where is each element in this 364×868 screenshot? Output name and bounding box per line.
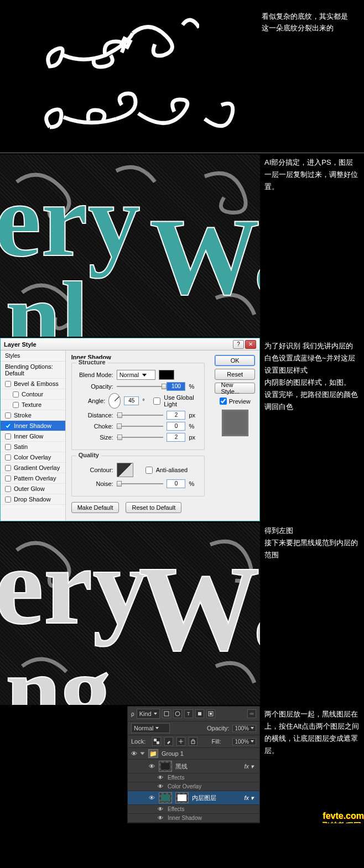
- svg-rect-7: [157, 741, 159, 744]
- noise-label: Noise:: [77, 480, 113, 487]
- outer-glow-checkbox[interactable]: [5, 486, 11, 492]
- opacity-label: Opacity:: [77, 383, 113, 390]
- noise-value[interactable]: 0: [167, 479, 185, 488]
- fx-badge[interactable]: fx ▾: [244, 794, 257, 802]
- visibility-icon[interactable]: 👁: [148, 763, 155, 770]
- section4-caption: 两个图层放一起，黑线图层在上，按住Alt点击两个图层之间的横线，让底层图层变成遮…: [260, 706, 364, 823]
- color-overlay-checkbox[interactable]: [5, 454, 11, 461]
- inner-shadow-checkbox[interactable]: [5, 423, 11, 429]
- make-default-button[interactable]: Make Default: [71, 502, 119, 513]
- global-light-checkbox[interactable]: [153, 398, 160, 405]
- intro-caption: 看似复杂的底纹，其实都是这一朵底纹分裂出来的: [253, 11, 353, 144]
- blend-mode-select[interactable]: Normal: [131, 723, 170, 733]
- lock-transparency-icon[interactable]: [152, 737, 161, 746]
- shadow-color-swatch[interactable]: [159, 370, 174, 380]
- satin-checkbox[interactable]: [5, 444, 11, 450]
- drop-shadow-checkbox[interactable]: [5, 496, 11, 503]
- visibility-icon[interactable]: 👁: [157, 783, 164, 789]
- style-item-gradient-overlay[interactable]: Gradient Overlay: [1, 463, 65, 473]
- gradient-overlay-checkbox[interactable]: [5, 465, 11, 471]
- fx-color-overlay-row[interactable]: 👁 Color Overlay: [128, 782, 259, 791]
- lock-position-icon[interactable]: [176, 737, 185, 746]
- chevron-down-icon: [154, 713, 157, 715]
- style-item-bevel[interactable]: Bevel & Emboss: [1, 379, 65, 389]
- filter-toggle-icon[interactable]: [247, 709, 256, 718]
- filter-adjust-icon[interactable]: [173, 709, 182, 718]
- kind-filter[interactable]: Kind: [137, 709, 160, 719]
- fx-effects-row-2[interactable]: 👁 Effects: [128, 805, 259, 814]
- blend-mode-select[interactable]: Normal: [117, 370, 155, 380]
- distance-value[interactable]: 2: [167, 411, 185, 420]
- angle-value[interactable]: 45: [124, 396, 139, 405]
- pattern-overlay-checkbox[interactable]: [5, 475, 11, 482]
- dialog-titlebar[interactable]: Layer Style ? ✕: [1, 338, 259, 351]
- lock-paint-icon[interactable]: [164, 737, 173, 746]
- disclosure-icon[interactable]: [141, 752, 145, 755]
- style-item-inner-shadow[interactable]: Inner Shadow: [1, 421, 65, 431]
- style-item-texture[interactable]: Texture: [1, 400, 65, 410]
- style-item-pattern-overlay[interactable]: Pattern Overlay: [1, 473, 65, 484]
- layer-name: 黑线: [175, 762, 188, 771]
- visibility-icon[interactable]: 👁: [157, 775, 164, 781]
- filter-smart-icon[interactable]: [206, 709, 215, 718]
- fx-effects-row[interactable]: 👁 Effects: [128, 773, 259, 782]
- new-style-button[interactable]: New Style...: [215, 383, 255, 394]
- style-item-satin[interactable]: Satin: [1, 442, 65, 452]
- opacity-value[interactable]: 100%: [232, 725, 256, 732]
- visibility-icon[interactable]: 👁: [130, 750, 138, 757]
- size-value[interactable]: 2: [167, 433, 185, 442]
- reset-button[interactable]: Reset: [215, 369, 255, 380]
- dialog-title: Layer Style: [4, 341, 232, 348]
- visibility-icon[interactable]: 👁: [148, 794, 155, 801]
- lock-all-icon[interactable]: [189, 737, 197, 746]
- visibility-icon[interactable]: 👁: [157, 815, 164, 821]
- svg-rect-0: [164, 712, 169, 716]
- texture-checkbox[interactable]: [13, 402, 19, 408]
- help-button[interactable]: ?: [233, 340, 244, 349]
- bevel-checkbox[interactable]: [5, 381, 11, 387]
- layer-inner[interactable]: 👁 内层图层 fx ▾: [128, 791, 259, 805]
- preview-checkbox[interactable]: [220, 398, 227, 405]
- style-item-drop-shadow[interactable]: Drop Shadow: [1, 494, 65, 505]
- fx-inner-shadow-row[interactable]: 👁 Inner Shadow: [128, 814, 259, 823]
- inner-glow-checkbox[interactable]: [5, 433, 11, 440]
- distance-slider[interactable]: [117, 411, 164, 419]
- contour-picker[interactable]: [117, 463, 133, 477]
- ok-button[interactable]: OK: [215, 355, 255, 366]
- fill-value[interactable]: 100%: [232, 738, 256, 745]
- preview-toggle[interactable]: Preview: [215, 396, 255, 405]
- filter-type-icon[interactable]: T: [184, 709, 193, 718]
- antialiased-checkbox[interactable]: [145, 467, 153, 474]
- size-slider[interactable]: [117, 433, 164, 441]
- chevron-down-icon: [155, 727, 159, 729]
- style-item-stroke[interactable]: Stroke: [1, 410, 65, 421]
- style-item-inner-glow[interactable]: Inner Glow: [1, 431, 65, 442]
- style-item-color-overlay[interactable]: Color Overlay: [1, 452, 65, 463]
- lock-label: Lock:: [131, 738, 149, 745]
- fx-badge[interactable]: fx ▾: [244, 763, 257, 770]
- style-item-contour[interactable]: Contour: [1, 389, 65, 400]
- contour-checkbox[interactable]: [13, 391, 19, 398]
- choke-slider[interactable]: [117, 422, 164, 430]
- filter-pixel-icon[interactable]: [162, 709, 171, 718]
- visibility-icon[interactable]: 👁: [157, 806, 164, 812]
- typography-preview-teal: ery Wa nl: [0, 154, 260, 337]
- stroke-checkbox[interactable]: [5, 412, 11, 419]
- choke-value[interactable]: 0: [167, 422, 185, 431]
- opacity-slider[interactable]: [117, 383, 164, 390]
- layer-blackline[interactable]: 👁 黑线 fx ▾: [128, 760, 259, 773]
- opacity-value[interactable]: 100: [167, 382, 185, 391]
- layer-name: 内层图层: [192, 794, 216, 802]
- folder-icon: 📁: [148, 749, 158, 758]
- layer-group[interactable]: 👁 📁 Group 1: [128, 748, 259, 760]
- filter-shape-icon[interactable]: [195, 709, 204, 718]
- style-item-blending[interactable]: Blending Options: Default: [1, 362, 65, 379]
- global-light-label: Use Global Light: [164, 394, 199, 407]
- reset-to-default-button[interactable]: Reset to Default: [126, 502, 181, 513]
- angle-dial[interactable]: [108, 393, 121, 409]
- close-button[interactable]: ✕: [245, 340, 256, 349]
- style-item-outer-glow[interactable]: Outer Glow: [1, 484, 65, 494]
- noise-slider[interactable]: [117, 480, 164, 488]
- svg-rect-4: [210, 713, 212, 715]
- chevron-down-icon: [142, 374, 147, 377]
